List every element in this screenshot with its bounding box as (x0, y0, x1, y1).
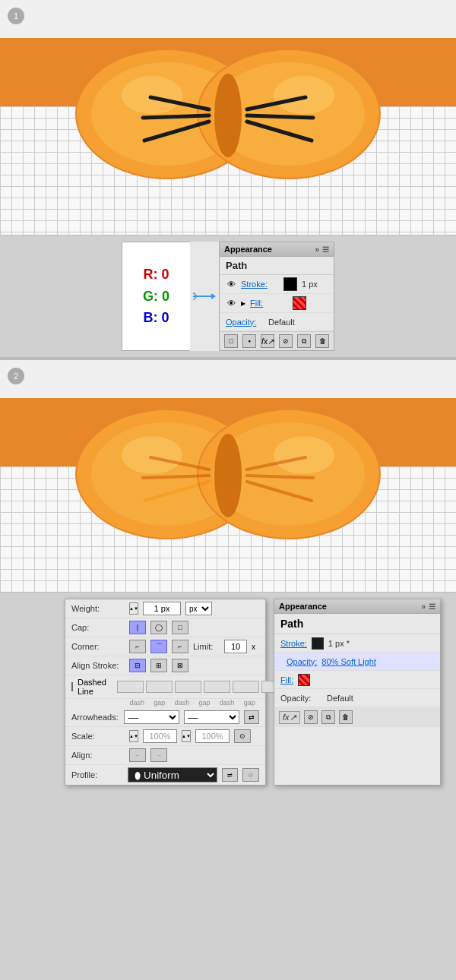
gap-field-2[interactable] (204, 681, 230, 693)
weight-row: Weight: ▲▼ px (65, 599, 265, 618)
dash-label-2: dash (173, 699, 192, 707)
align-stroke-row: Align Stroke: ⊟ ⊞ ⊠ (65, 656, 265, 675)
scale-row: Scale: ▲▼ ▲▼ ⊙ (65, 727, 265, 746)
ap2-footer: fx↗ ⊘ ⧉ 🗑 (274, 707, 440, 727)
flip-profile-btn[interactable]: ⇌ (222, 768, 239, 782)
ap2-stroke-label[interactable]: Stroke: (280, 639, 307, 648)
new-layer-btn-1[interactable]: □ (224, 334, 238, 348)
fill-row-1: 👁 ▶ Fill: (220, 294, 334, 313)
align2-left-btn[interactable]: ← (129, 748, 146, 762)
eye-icon-fill-1[interactable]: 👁 (226, 299, 236, 308)
limit-input[interactable] (224, 640, 247, 653)
ap2-fill-row: Fill: (274, 671, 440, 689)
svg-marker-14 (211, 293, 216, 299)
corner-btn-miter[interactable]: ⌐ (129, 640, 146, 653)
eye-icon-stroke-1[interactable]: 👁 (226, 280, 236, 289)
double-arrow-icon[interactable]: » (315, 245, 319, 254)
align-outside-btn[interactable]: ⊠ (172, 659, 188, 672)
ap2-clear-btn[interactable]: ⊘ (304, 710, 318, 724)
add-profile-btn[interactable]: ⊘ (242, 768, 259, 782)
ap2-menu-icon[interactable]: ☰ (429, 602, 435, 611)
arrowheads-row: Arrowheads: — — ⇄ (65, 708, 265, 727)
link-scale-btn[interactable]: ⊙ (234, 729, 251, 743)
align-inside-btn[interactable]: ⊞ (150, 659, 167, 672)
clear-btn-1[interactable]: ⊘ (279, 334, 293, 348)
corner-row: Corner: ⌐ ⌒ ⌐ Limit: x (65, 637, 265, 656)
ap2-header: Appearance » ☰ (274, 599, 440, 614)
svg-point-6 (214, 74, 242, 157)
svg-line-11 (247, 115, 313, 118)
ap2-copy-btn[interactable]: ⧉ (321, 710, 335, 724)
delete-btn-1[interactable]: 🗑 (315, 334, 329, 348)
scale-spinner-2[interactable]: ▲▼ (182, 730, 191, 742)
profile-row: Profile: ⬮ Uniform ⇌ ⊘ (65, 765, 265, 785)
butterfly-1 (61, 23, 395, 205)
dash-label-3: dash (217, 699, 237, 707)
weight-spinner[interactable]: ▲▼ (129, 602, 138, 615)
ap2-fx-btn[interactable]: fx↗ (279, 711, 300, 724)
ap2-title: Appearance (279, 602, 327, 611)
cap-btn-butt[interactable]: | (129, 621, 146, 634)
stroke-value-1: 1 px (302, 280, 318, 289)
gap-label-3: gap (239, 699, 259, 707)
ap2-opacity-value[interactable]: 80% Soft Light (321, 657, 376, 666)
align2-label: Align: (71, 751, 125, 760)
rgb-b-value: B: 0 (143, 307, 169, 329)
section1-canvas: 1 (0, 0, 456, 236)
stroke-row-1: 👁 Stroke: 1 px (220, 275, 334, 294)
ap2-stroke-swatch[interactable] (312, 637, 324, 650)
gap-field-1[interactable] (146, 681, 173, 693)
scale-input-2[interactable] (195, 729, 230, 743)
ap2-fill-label[interactable]: Fill: (280, 675, 293, 684)
ap2-delete-btn[interactable]: 🗑 (339, 710, 353, 724)
corner-btn-round[interactable]: ⌒ (150, 640, 167, 653)
duplicate-btn-1[interactable]: ▪ (242, 334, 256, 348)
scale-spinner-1[interactable]: ▲▼ (129, 730, 138, 742)
limit-label: Limit: (193, 642, 220, 651)
svg-point-5 (274, 76, 334, 114)
arrowhead-end-select[interactable]: — (184, 710, 239, 724)
panel-wrapper-2: Weight: ▲▼ px Cap: | ◯ □ Corner: ⌐ ⌒ ⌐ L… (0, 593, 456, 792)
rgb-r-value: R: 0 (143, 264, 169, 286)
arrowheads-label: Arrowheads: (71, 713, 119, 722)
weight-unit-select[interactable]: px (185, 602, 212, 615)
cap-btn-round[interactable]: ◯ (150, 621, 167, 634)
weight-input[interactable] (143, 602, 181, 615)
dash-field-3[interactable] (233, 681, 259, 693)
svg-line-8 (143, 115, 209, 118)
dash-gap-labels: dash gap dash gap dash gap (65, 699, 265, 708)
fill-color-swatch-1[interactable] (293, 296, 306, 310)
weight-label: Weight: (71, 604, 125, 613)
ap2-fill-swatch[interactable] (298, 674, 310, 686)
ap2-opacity-label[interactable]: Opacity: (287, 657, 317, 666)
scale-input-1[interactable] (143, 729, 177, 743)
section2-canvas: 2 (0, 357, 456, 593)
rgb-color-box: R: 0 G: 0 B: 0 (122, 242, 190, 351)
opacity-label-1[interactable]: Opacity: (226, 318, 264, 327)
ap2-double-arrow-icon[interactable]: » (421, 602, 426, 611)
menu-icon[interactable]: ☰ (322, 245, 329, 254)
dashed-line-row: Dashed Line (65, 675, 265, 699)
arrowhead-start-select[interactable]: — (124, 710, 179, 724)
svg-point-20 (122, 436, 182, 474)
svg-point-21 (274, 436, 334, 474)
fill-label-1[interactable]: Fill: (250, 299, 288, 308)
dashed-line-checkbox[interactable] (71, 682, 73, 691)
corner-btn-bevel[interactable]: ⌐ (172, 640, 188, 653)
align2-right-btn[interactable]: → (150, 748, 167, 762)
rgb-g-value: G: 0 (143, 286, 169, 308)
fx-btn-1[interactable]: fx↗ (261, 334, 274, 348)
align-center-btn[interactable]: ⊟ (129, 659, 146, 672)
ap2-stroke-row: Stroke: 1 px * (274, 634, 440, 653)
limit-x-label: x (252, 643, 255, 651)
swap-arrowheads-btn[interactable]: ⇄ (244, 710, 259, 724)
profile-select[interactable]: ⬮ Uniform (128, 767, 217, 782)
cap-btn-square[interactable]: □ (172, 621, 188, 634)
scale-label: Scale: (71, 732, 125, 741)
appearance-header-1: Appearance » ☰ (220, 242, 334, 257)
dash-field-2[interactable] (175, 681, 201, 693)
stroke-label-1[interactable]: Stroke: (241, 280, 279, 289)
dash-field-1[interactable] (117, 681, 144, 693)
stroke-color-swatch-1[interactable] (283, 277, 297, 291)
copy-btn-1[interactable]: ⧉ (297, 334, 311, 348)
